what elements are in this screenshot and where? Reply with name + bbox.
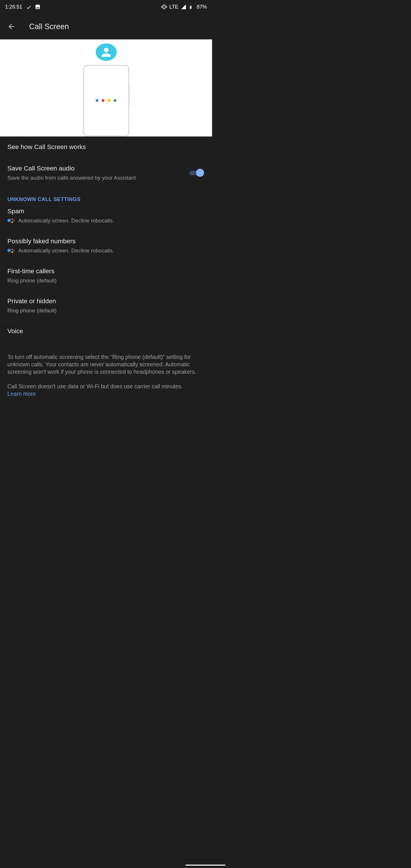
svg-rect-0	[190, 6, 191, 6]
save-audio-item[interactable]: Save Call Screen audio Save the audio fr…	[0, 158, 212, 188]
see-how-title: See how Call Screen works	[7, 143, 204, 151]
spam-item[interactable]: Spam Automatically screen. Decline roboc…	[0, 204, 212, 231]
assistant-logo-icon	[7, 248, 14, 253]
hero-illustration[interactable]	[0, 39, 212, 136]
page-title: Call Screen	[29, 22, 69, 31]
footer-para1: To turn off automatic screening select t…	[7, 353, 204, 376]
private-subtitle: Ring phone (default)	[7, 307, 204, 314]
save-audio-title: Save Call Screen audio	[7, 164, 185, 173]
first-time-item[interactable]: First-time callers Ring phone (default)	[0, 261, 212, 291]
footer-para2: Call Screen doesn't use data or Wi-Fi bu…	[7, 383, 183, 390]
status-time: 1:26:51	[5, 4, 22, 10]
faked-numbers-item[interactable]: Possibly faked numbers Automatically scr…	[0, 231, 212, 261]
faked-title: Possibly faked numbers	[7, 237, 204, 246]
faked-subtitle: Automatically screen. Decline robocalls.	[18, 247, 114, 254]
assistant-logo-icon	[7, 218, 14, 223]
first-time-title: First-time callers	[7, 267, 204, 276]
private-item[interactable]: Private or hidden Ring phone (default)	[0, 291, 212, 321]
avatar-icon	[96, 43, 117, 61]
save-audio-subtitle: Save the audio from calls answered by yo…	[7, 174, 185, 182]
voice-title: Voice	[7, 327, 204, 336]
first-time-subtitle: Ring phone (default)	[7, 277, 204, 284]
see-how-item[interactable]: See how Call Screen works	[0, 136, 212, 158]
image-icon	[35, 4, 40, 10]
learn-more-link[interactable]: Learn more	[7, 391, 36, 397]
phone-illustration	[83, 65, 129, 136]
signal-icon	[181, 4, 186, 10]
section-unknown-label: UNKNOWN CALL SETTINGS	[0, 188, 212, 204]
vibrate-icon	[161, 4, 167, 10]
status-bar: 1:26:51 LTE 87%	[0, 0, 212, 14]
spam-title: Spam	[7, 207, 204, 216]
battery-icon	[189, 4, 194, 10]
footer-info: To turn off automatic screening select t…	[0, 342, 212, 401]
save-audio-toggle[interactable]	[189, 169, 203, 177]
app-bar: Call Screen	[0, 14, 212, 39]
spam-subtitle: Automatically screen. Decline robocalls.	[18, 217, 114, 224]
checkmark-icon	[26, 4, 31, 10]
private-title: Private or hidden	[7, 297, 204, 306]
voice-item[interactable]: Voice	[0, 321, 212, 342]
assistant-dots-icon	[84, 99, 128, 102]
status-battery-pct: 87%	[197, 4, 207, 10]
status-lte: LTE	[169, 4, 179, 10]
back-button[interactable]	[5, 20, 18, 33]
arrow-back-icon	[7, 22, 16, 31]
